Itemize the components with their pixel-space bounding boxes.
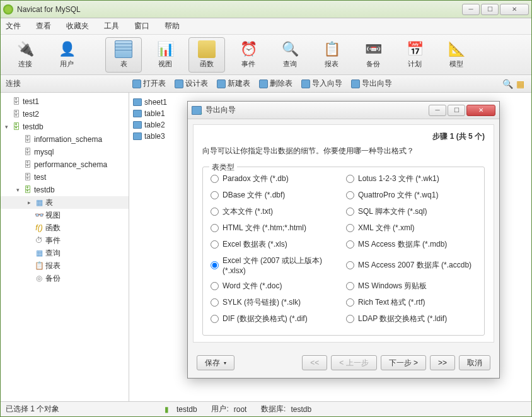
tree-item[interactable]: 🗄 mysql: [1, 146, 129, 158]
menu-item[interactable]: 收藏夹: [66, 21, 89, 32]
db-status-icon: ▮: [165, 405, 169, 414]
dialog-maximize-button[interactable]: ☐: [448, 105, 465, 116]
connection-tree[interactable]: 🗄 test1🗄 test2▾🗄 testdb🗄 information_sch…: [1, 93, 129, 401]
menu-item[interactable]: 帮助: [165, 21, 180, 32]
toolbar-label: 用户: [60, 59, 74, 69]
twisty-icon[interactable]: ▸: [26, 199, 33, 206]
toolbar-button[interactable]: 查询: [272, 37, 308, 73]
format-radio[interactable]: HTML 文件 (*.htm;*.html): [211, 223, 341, 233]
close-button[interactable]: ✕: [500, 4, 529, 15]
tree-item[interactable]: 🗄 performance_schema: [1, 158, 129, 171]
report-icon: [323, 40, 340, 58]
tree-item[interactable]: ▸▦ 表: [1, 196, 129, 209]
format-radio[interactable]: QuattroPro 文件 (*.wq1): [346, 190, 477, 201]
format-radio[interactable]: Lotus 1-2-3 文件 (*.wk1): [346, 173, 477, 184]
toolbar-button[interactable]: 事件: [230, 37, 267, 73]
toolbar-button[interactable]: 视图: [147, 37, 183, 73]
dialog-minimize-button[interactable]: ─: [429, 105, 446, 116]
tree-item[interactable]: 👓 视图: [1, 209, 129, 221]
tree-label: test: [34, 173, 46, 182]
fieldset-legend: 表类型: [209, 162, 237, 173]
format-radio[interactable]: Excel 数据表 (*.xls): [211, 239, 341, 250]
first-button[interactable]: <<: [302, 355, 327, 370]
menu-item[interactable]: 工具: [104, 21, 119, 32]
minimize-button[interactable]: ─: [462, 4, 480, 15]
menu-item[interactable]: 窗口: [134, 21, 149, 32]
twisty-icon[interactable]: ▾: [14, 187, 21, 194]
toolbar-button[interactable]: 连接: [7, 37, 43, 73]
toolbar-button[interactable]: 用户: [49, 37, 85, 73]
status-user-label: 用户:: [211, 404, 228, 414]
format-radio[interactable]: 文本文件 (*.txt): [211, 206, 341, 217]
dialog-close-button[interactable]: ✕: [466, 105, 495, 116]
tree-item[interactable]: 🗄 test2: [1, 108, 129, 120]
action-item[interactable]: 删除表: [255, 77, 296, 90]
action-item[interactable]: 新建表: [213, 77, 254, 90]
status-user: root: [234, 405, 247, 414]
tree-item[interactable]: ▦ 查询: [1, 247, 129, 259]
tree-item[interactable]: ▾🗄 testdb: [1, 184, 129, 196]
action-item[interactable]: 设计表: [171, 77, 212, 90]
format-radio[interactable]: Word 文件 (*.doc): [211, 281, 341, 291]
action-item[interactable]: 打开表: [129, 77, 170, 90]
tree-item[interactable]: 🗄 test: [1, 171, 129, 184]
tree-label: testdb: [34, 185, 55, 194]
twisty-icon: [26, 262, 33, 269]
tree-icon: ▦: [34, 249, 44, 257]
action-item[interactable]: 导入向导: [298, 77, 346, 90]
format-radio[interactable]: SQL 脚本文件 (*.sql): [346, 206, 477, 217]
tree-item[interactable]: f() 函数: [1, 221, 129, 234]
tree-item[interactable]: ▾🗄 testdb: [1, 120, 129, 133]
grid-icon[interactable]: ▦: [516, 79, 526, 89]
cancel-button[interactable]: 取消: [459, 355, 490, 370]
user-icon: [58, 40, 76, 58]
next-button[interactable]: 下一步 >: [381, 355, 426, 370]
twisty-icon: [26, 250, 33, 257]
query-icon: [281, 40, 299, 58]
prev-button[interactable]: < 上一步: [331, 355, 376, 370]
format-radio[interactable]: DIF (数据交换格式) (*.dif): [211, 314, 341, 324]
toolbar-button[interactable]: 模型: [438, 37, 475, 73]
format-radio[interactable]: LDAP 数据交换格式 (*.ldif): [346, 314, 477, 324]
tree-icon: 👓: [34, 211, 44, 220]
twisty-icon: [26, 225, 33, 232]
format-radio[interactable]: XML 文件 (*.xml): [346, 223, 477, 233]
format-radio[interactable]: Paradox 文件 (*.db): [211, 173, 341, 184]
tree-icon: ▦: [34, 198, 44, 207]
format-radio[interactable]: Excel 文件 (2007 或以上版本) (*.xlsx): [211, 255, 341, 275]
tree-item[interactable]: ⏱ 事件: [1, 234, 129, 247]
toolbar-button[interactable]: 函数: [188, 37, 225, 73]
format-radio[interactable]: Rich Text 格式 (*.rtf): [346, 297, 477, 308]
format-radio[interactable]: DBase 文件 (*.dbf): [211, 190, 341, 201]
tree-label: mysql: [34, 148, 54, 156]
toolbar-button[interactable]: 报表: [313, 37, 350, 73]
toolbar-button[interactable]: 计划: [396, 37, 433, 73]
tree-label: 备份: [45, 273, 61, 284]
tree-label: information_schema: [34, 135, 102, 144]
tree-icon: 🗄: [23, 160, 33, 169]
format-radio[interactable]: MS Windows 剪贴板: [346, 281, 477, 291]
search-icon[interactable]: 🔍: [502, 79, 512, 89]
tree-item[interactable]: 🗄 test1: [1, 95, 129, 108]
menu-item[interactable]: 文件: [6, 21, 21, 32]
last-button[interactable]: >>: [430, 355, 455, 370]
titlebar: Navicat for MySQL ─ ☐ ✕: [1, 1, 531, 18]
action-item[interactable]: 导出向导: [347, 77, 396, 90]
format-radio[interactable]: SYLK (符号链接) (*.slk): [211, 297, 341, 308]
save-button[interactable]: 保存▾: [197, 355, 234, 370]
toolbar-button[interactable]: 表: [105, 37, 142, 73]
tree-item[interactable]: 📋 报表: [1, 259, 129, 272]
twisty-icon[interactable]: ▾: [3, 124, 10, 131]
format-radio[interactable]: MS Access 2007 数据库 (*.accdb): [346, 255, 477, 275]
menu-item[interactable]: 查看: [36, 21, 51, 32]
table-icon: [115, 40, 132, 58]
toolbar-button[interactable]: 备份: [355, 37, 391, 73]
maximize-button[interactable]: ☐: [481, 4, 499, 15]
format-radio[interactable]: MS Access 数据库 (*.mdb): [346, 239, 477, 250]
tree-item[interactable]: 🗄 information_schema: [1, 133, 129, 146]
backup-icon: [364, 40, 382, 58]
tree-item[interactable]: ◎ 备份: [1, 272, 129, 285]
twisty-icon: [3, 111, 10, 118]
toolbar-label: 计划: [408, 59, 422, 69]
connection-label: 连接: [6, 78, 129, 89]
